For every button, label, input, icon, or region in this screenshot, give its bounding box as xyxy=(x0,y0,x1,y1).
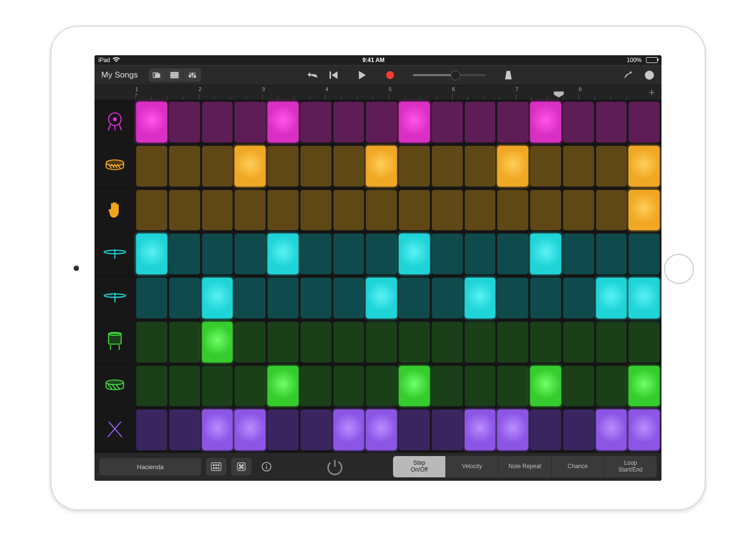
step-cell[interactable] xyxy=(563,278,594,318)
step-cell[interactable] xyxy=(399,146,430,187)
step-cell[interactable] xyxy=(333,278,364,318)
step-cell[interactable] xyxy=(202,190,233,231)
step-cell[interactable] xyxy=(136,410,167,450)
step-cell[interactable] xyxy=(629,190,660,231)
step-cell[interactable] xyxy=(629,146,660,187)
step-cell[interactable] xyxy=(563,366,594,407)
step-cell[interactable] xyxy=(530,278,561,318)
mode-chance[interactable]: Chance xyxy=(551,456,604,477)
step-cell[interactable] xyxy=(169,234,200,274)
step-cell[interactable] xyxy=(432,366,463,407)
step-cell[interactable] xyxy=(202,410,233,450)
step-cell[interactable] xyxy=(432,146,463,187)
step-cell[interactable] xyxy=(399,366,430,407)
step-cell[interactable] xyxy=(596,234,627,274)
step-cell[interactable] xyxy=(366,322,397,363)
step-cell[interactable] xyxy=(366,146,397,187)
instrument-perc[interactable] xyxy=(94,408,135,452)
help-button[interactable] xyxy=(641,68,658,82)
step-cell[interactable] xyxy=(465,278,496,318)
step-cell[interactable] xyxy=(202,322,233,363)
step-cell[interactable] xyxy=(530,322,561,363)
step-cell[interactable] xyxy=(202,146,233,187)
step-cell[interactable] xyxy=(399,322,430,363)
step-cell[interactable] xyxy=(235,102,266,142)
instrument-kick[interactable] xyxy=(94,100,135,144)
step-cell[interactable] xyxy=(333,366,364,407)
step-cell[interactable] xyxy=(497,102,528,142)
step-cell[interactable] xyxy=(530,102,561,142)
step-cell[interactable] xyxy=(596,102,627,142)
step-cell[interactable] xyxy=(136,278,167,318)
step-cell[interactable] xyxy=(268,102,299,142)
volume-knob[interactable] xyxy=(451,71,460,80)
step-cell[interactable] xyxy=(563,234,594,274)
step-cell[interactable] xyxy=(333,190,364,231)
step-cell[interactable] xyxy=(563,410,594,450)
step-cell[interactable] xyxy=(268,190,299,231)
step-cell[interactable] xyxy=(136,190,167,231)
step-cell[interactable] xyxy=(596,278,627,318)
step-cell[interactable] xyxy=(202,278,233,318)
tracks-view-button[interactable] xyxy=(166,68,184,82)
step-cell[interactable] xyxy=(268,146,299,187)
step-cell[interactable] xyxy=(563,146,594,187)
step-cell[interactable] xyxy=(136,146,167,187)
step-cell[interactable] xyxy=(530,146,561,187)
instrument-hihat-closed[interactable] xyxy=(94,232,135,276)
step-cell[interactable] xyxy=(235,234,266,274)
step-cell[interactable] xyxy=(629,234,660,274)
step-cell[interactable] xyxy=(136,322,167,363)
step-cell[interactable] xyxy=(235,322,266,363)
step-cell[interactable] xyxy=(596,322,627,363)
add-section-button[interactable]: + xyxy=(642,85,662,100)
settings-button[interactable] xyxy=(620,68,636,82)
step-cell[interactable] xyxy=(366,234,397,274)
step-cell[interactable] xyxy=(596,146,627,187)
step-cell[interactable] xyxy=(465,366,496,407)
step-cell[interactable] xyxy=(366,102,397,142)
step-cell[interactable] xyxy=(465,102,496,142)
step-cell[interactable] xyxy=(235,366,266,407)
mode-velocity[interactable]: Velocity xyxy=(446,456,499,477)
step-cell[interactable] xyxy=(333,146,364,187)
step-cell[interactable] xyxy=(300,278,331,318)
step-cell[interactable] xyxy=(596,366,627,407)
step-cell[interactable] xyxy=(268,234,299,274)
info-button[interactable] xyxy=(256,458,277,475)
instrument-clap[interactable] xyxy=(94,189,135,233)
step-cell[interactable] xyxy=(333,234,364,274)
step-cell[interactable] xyxy=(497,366,528,407)
preset-selector[interactable]: Hacienda xyxy=(99,458,201,475)
timeline-ruler[interactable]: 1A2345678 + xyxy=(94,85,662,100)
step-cell[interactable] xyxy=(268,410,299,450)
instrument-hihat-open[interactable] xyxy=(94,276,135,320)
step-cell[interactable] xyxy=(333,410,364,450)
step-cell[interactable] xyxy=(497,410,528,450)
step-cell[interactable] xyxy=(235,410,266,450)
step-cell[interactable] xyxy=(563,322,594,363)
step-cell[interactable] xyxy=(596,190,627,231)
step-cell[interactable] xyxy=(202,366,233,407)
browser-view-button[interactable] xyxy=(149,68,166,82)
step-cell[interactable] xyxy=(235,278,266,318)
step-cell[interactable] xyxy=(497,278,528,318)
step-cell[interactable] xyxy=(465,190,496,231)
step-cell[interactable] xyxy=(300,366,331,407)
volume-slider[interactable] xyxy=(413,74,486,76)
mode-loop-start-end[interactable]: Loop Start/End xyxy=(604,456,657,477)
instrument-tom-hi[interactable] xyxy=(94,320,135,364)
step-cell[interactable] xyxy=(136,102,167,142)
step-cell[interactable] xyxy=(300,190,331,231)
step-cell[interactable] xyxy=(432,410,463,450)
step-cell[interactable] xyxy=(169,278,200,318)
play-button[interactable] xyxy=(354,68,370,82)
cycle-marker[interactable] xyxy=(553,91,563,97)
step-cell[interactable] xyxy=(235,190,266,231)
step-cell[interactable] xyxy=(530,234,561,274)
step-cell[interactable] xyxy=(596,410,627,450)
step-cell[interactable] xyxy=(629,410,660,450)
step-cell[interactable] xyxy=(497,190,528,231)
step-cell[interactable] xyxy=(366,278,397,318)
mode-note-repeat[interactable]: Note Repeat xyxy=(499,456,551,477)
